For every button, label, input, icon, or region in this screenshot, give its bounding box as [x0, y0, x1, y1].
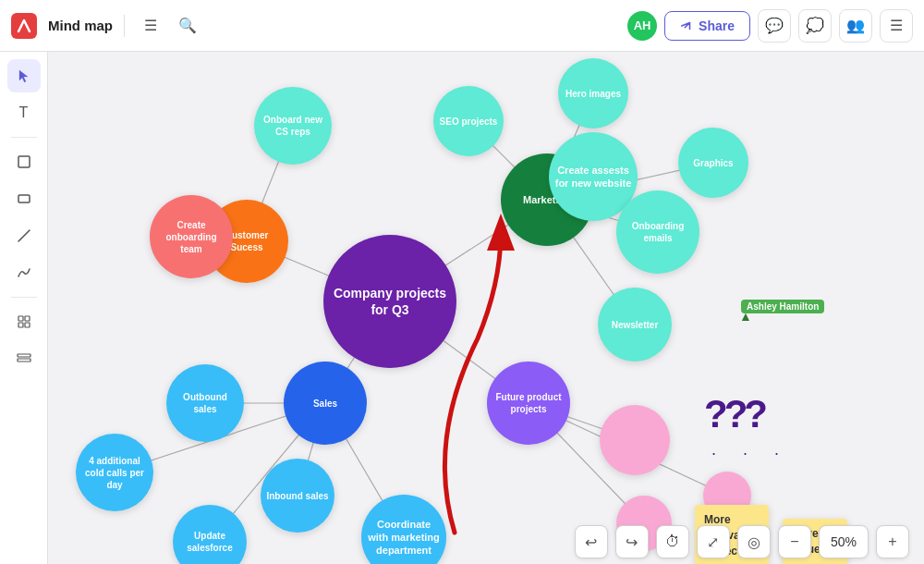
chat-button[interactable]: 💭 — [798, 9, 832, 43]
redo-button[interactable]: ↪ — [615, 525, 649, 558]
svg-rect-0 — [11, 13, 37, 39]
node-pink1[interactable] — [600, 405, 670, 475]
select-tool[interactable] — [7, 59, 41, 92]
app-logo — [11, 13, 37, 39]
search-button[interactable]: 🔍 — [173, 11, 202, 41]
grid-icon-1 — [17, 314, 31, 329]
node-outbound_sales[interactable]: Outbound sales — [166, 364, 244, 442]
node-newsletter[interactable]: Newsletter — [598, 288, 672, 362]
undo-button[interactable]: ↩ — [575, 525, 608, 558]
freehand-tool[interactable] — [7, 256, 41, 289]
svg-rect-5 — [25, 316, 30, 321]
node-onboarding_emails[interactable]: Onboarding emails — [616, 190, 699, 274]
shape-icon-1 — [17, 154, 31, 169]
node-sales[interactable]: Sales — [284, 362, 367, 445]
grid-tool-2[interactable] — [7, 342, 41, 375]
freehand-icon — [17, 265, 31, 280]
shape-icon-2 — [17, 191, 31, 206]
node-graphics[interactable]: Graphics — [678, 128, 748, 198]
share-icon — [680, 19, 693, 32]
svg-rect-7 — [25, 323, 30, 327]
node-create_team[interactable]: Create onboarding team — [150, 195, 233, 278]
line-icon — [17, 228, 31, 243]
share-button[interactable]: Share — [664, 11, 750, 41]
fullscreen-button[interactable]: ⤢ — [697, 525, 730, 558]
node-cold_calls[interactable]: 4 additional cold calls per day — [76, 434, 153, 511]
shape-tool-1[interactable] — [7, 145, 41, 178]
list-button[interactable]: ☰ — [880, 9, 913, 43]
svg-rect-1 — [18, 156, 30, 167]
svg-rect-6 — [18, 323, 23, 327]
share-label: Share — [699, 18, 735, 33]
node-hero_images[interactable]: Hero images — [558, 58, 628, 129]
avatar: AH — [627, 11, 657, 41]
question-marks: ??? — [704, 392, 764, 436]
node-onboard_cs[interactable]: Onboard new CS reps — [254, 87, 332, 165]
svg-rect-9 — [18, 359, 30, 362]
user-cursor-label: Ashley Hamilton — [741, 300, 824, 313]
header: Mind map ☰ 🔍 AH Share 💬 💭 👥 ☰ — [0, 0, 924, 52]
app-title: Mind map — [48, 18, 113, 33]
left-toolbar: T — [0, 52, 48, 564]
cursor-pointer: ▲ — [739, 309, 752, 324]
history-button[interactable]: ⏱ — [656, 525, 689, 558]
canvas[interactable]: Ashley Hamilton ▲ ??? . . . Company proj… — [48, 52, 924, 564]
node-seo_projects[interactable]: SEO projects — [433, 86, 504, 156]
svg-rect-4 — [18, 316, 23, 321]
toolbar-divider-2 — [11, 297, 37, 298]
header-divider — [124, 15, 125, 37]
team-button[interactable]: 👥 — [839, 9, 872, 43]
menu-button[interactable]: ☰ — [136, 11, 165, 41]
svg-rect-8 — [18, 354, 30, 357]
line-tool[interactable] — [7, 219, 41, 252]
shape-tool-2[interactable] — [7, 182, 41, 215]
svg-rect-2 — [18, 195, 30, 202]
text-tool[interactable]: T — [7, 96, 41, 129]
svg-line-3 — [18, 230, 30, 241]
comment-button[interactable]: 💬 — [758, 9, 791, 43]
zoom-out-button[interactable]: − — [778, 525, 811, 558]
toolbar-divider-1 — [11, 137, 37, 138]
grid-tool-1[interactable] — [7, 305, 41, 338]
dots-decoration: . . . — [711, 440, 790, 460]
cursor-icon — [17, 68, 31, 83]
grid-icon-2 — [17, 351, 31, 366]
location-button[interactable]: ◎ — [737, 525, 771, 558]
zoom-level: 50% — [819, 525, 869, 558]
node-center[interactable]: Company projects for Q3 — [323, 235, 456, 368]
node-future_product[interactable]: Future product projects — [487, 362, 570, 445]
zoom-in-button[interactable]: + — [876, 525, 909, 558]
bottom-bar: ↩ ↪ ⏱ ⤢ ◎ − 50% + — [48, 520, 924, 564]
